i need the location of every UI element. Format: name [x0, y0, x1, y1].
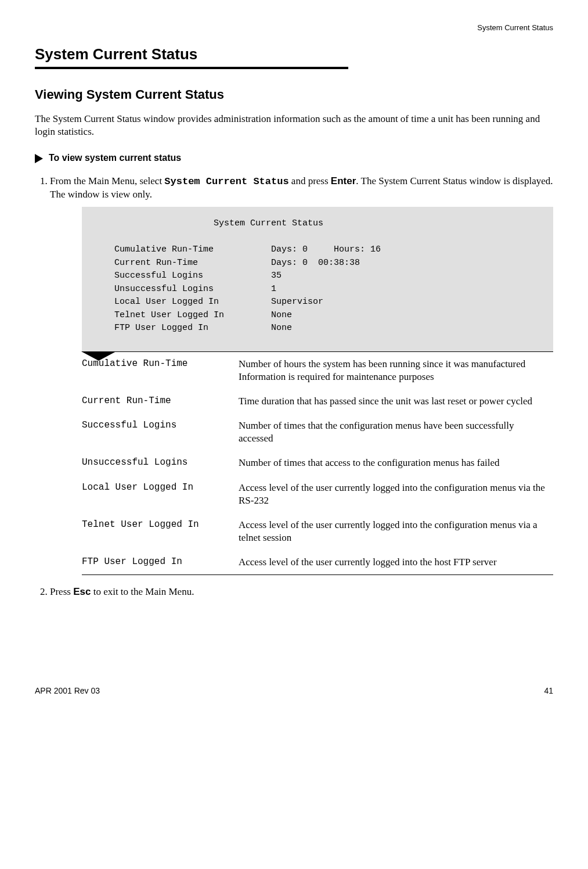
- def-term: Unsuccessful Logins: [82, 451, 239, 475]
- step1-mid: and press: [289, 175, 331, 186]
- procedure-label: To view system current status: [49, 152, 181, 164]
- def-term: Successful Logins: [82, 414, 239, 451]
- def-term: Current Run-Time: [82, 389, 239, 414]
- def-desc: Access level of the user currently logge…: [239, 550, 553, 575]
- step-1: From the Main Menu, select System Curren…: [50, 175, 553, 575]
- step1-prefix: From the Main Menu, select: [50, 175, 164, 186]
- table-row: Unsuccessful LoginsNumber of times that …: [82, 451, 553, 475]
- terminal-window: System Current Status Cumulative Run-Tim…: [82, 207, 553, 351]
- def-term: FTP User Logged In: [82, 550, 239, 575]
- step2-key: Esc: [73, 586, 91, 597]
- definition-table: Cumulative Run-TimeNumber of hours the s…: [82, 351, 553, 575]
- def-desc: Number of hours the system has been runn…: [239, 351, 553, 389]
- def-desc: Time duration that has passed since the …: [239, 389, 553, 414]
- def-term: Telnet User Logged In: [82, 513, 239, 550]
- def-desc: Access level of the user currently logge…: [239, 513, 553, 550]
- def-desc: Access level of the user currently logge…: [239, 476, 553, 513]
- procedure-title: To view system current status: [35, 152, 553, 164]
- title-rule: [35, 67, 348, 69]
- page-title: System Current Status: [35, 45, 553, 64]
- def-term: Local User Logged In: [82, 476, 239, 513]
- def-desc: Number of times that the configuration m…: [239, 414, 553, 451]
- footer-right: 41: [544, 685, 553, 696]
- table-row: Telnet User Logged InAccess level of the…: [82, 513, 553, 550]
- arrow-right-icon: [35, 154, 43, 163]
- arrow-down-icon: [81, 351, 116, 361]
- step1-key: Enter: [331, 175, 356, 186]
- section-heading: Viewing System Current Status: [35, 87, 553, 103]
- table-row: Successful LoginsNumber of times that th…: [82, 414, 553, 451]
- step1-command: System Current Status: [164, 176, 288, 187]
- table-row: FTP User Logged InAccess level of the us…: [82, 550, 553, 575]
- running-header: System Current Status: [35, 23, 553, 33]
- table-row: Current Run-TimeTime duration that has p…: [82, 389, 553, 414]
- page-footer: APR 2001 Rev 03 41: [35, 685, 553, 696]
- table-row: Local User Logged InAccess level of the …: [82, 476, 553, 513]
- table-row: Cumulative Run-TimeNumber of hours the s…: [82, 351, 553, 389]
- footer-left: APR 2001 Rev 03: [35, 685, 100, 696]
- step2-suffix: to exit to the Main Menu.: [91, 586, 194, 597]
- intro-text: The System Current Status window provide…: [35, 113, 553, 138]
- step-2: Press Esc to exit to the Main Menu.: [50, 586, 553, 598]
- def-desc: Number of times that access to the confi…: [239, 451, 553, 475]
- step2-prefix: Press: [50, 586, 73, 597]
